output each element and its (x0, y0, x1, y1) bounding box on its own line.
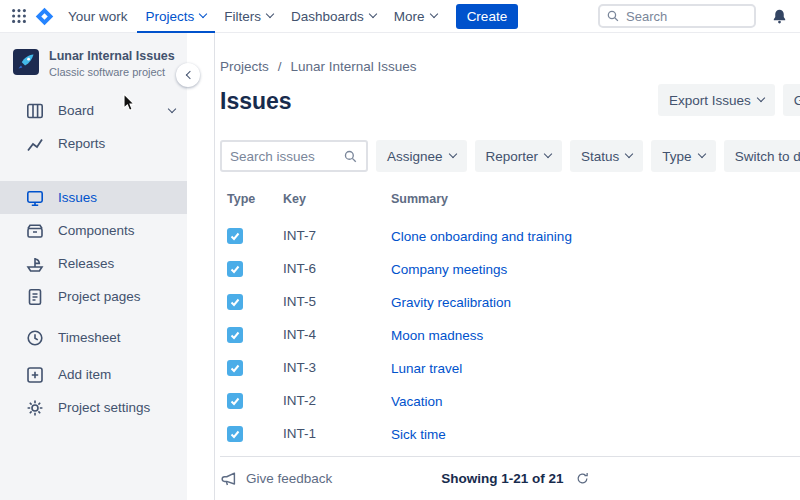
notifications-button[interactable] (766, 3, 792, 29)
task-type-icon (227, 360, 243, 376)
global-search[interactable] (598, 4, 756, 28)
board-icon (25, 101, 45, 121)
project-avatar (13, 49, 39, 75)
project-type: Classic software project (49, 66, 175, 78)
export-issues-button[interactable]: Export Issues (658, 84, 775, 116)
sidebar-item-label: Releases (58, 256, 114, 271)
filter-type-button[interactable]: Type (651, 140, 715, 172)
task-type-icon (227, 426, 243, 442)
go-to-advanced-search-button[interactable]: Go to adv (783, 84, 800, 116)
sidebar-item-label: Project pages (58, 289, 141, 304)
project-sidebar: Lunar Internal Issues Classic software p… (0, 33, 187, 500)
clock-icon (25, 328, 45, 348)
page-header-actions: Export Issues Go to adv (658, 84, 800, 116)
issue-row: INT-5 Gravity recalibration (220, 285, 800, 318)
issue-row: INT-6 Company meetings (220, 252, 800, 285)
chevron-down-icon (757, 94, 765, 102)
chevron-down-icon (199, 10, 207, 18)
sidebar-item-label: Issues (58, 190, 97, 205)
sidebar-item-board[interactable]: Board (0, 94, 187, 127)
issue-key: INT-6 (283, 261, 391, 276)
page-title: Issues (220, 88, 292, 115)
task-type-icon (227, 261, 243, 277)
page-header: Issues Export Issues Go to adv (220, 84, 800, 118)
chevron-left-icon (185, 71, 193, 79)
nav-more[interactable]: More (385, 0, 446, 33)
main-content: Projects / Lunar Internal Issues Issues … (187, 33, 800, 500)
column-header-summary: Summary (391, 192, 800, 206)
sidebar-item-project-settings[interactable]: Project settings (0, 391, 187, 424)
sidebar-collapse-button[interactable] (176, 63, 200, 87)
export-issues-label: Export Issues (669, 93, 751, 108)
issue-row: INT-2 Vacation (220, 384, 800, 417)
nav-your-work[interactable]: Your work (59, 0, 137, 33)
issue-key: INT-3 (283, 360, 391, 375)
filter-label: Reporter (486, 149, 539, 164)
search-icon (606, 9, 620, 23)
chevron-down-icon (544, 150, 552, 158)
breadcrumb-projects-link[interactable]: Projects (220, 59, 269, 74)
sidebar-item-reports[interactable]: Reports (0, 127, 187, 160)
nav-dashboards[interactable]: Dashboards (282, 0, 385, 33)
issue-summary-link[interactable]: Vacation (391, 394, 443, 409)
sidebar-item-issues[interactable]: Issues (0, 181, 187, 214)
issue-summary-link[interactable]: Lunar travel (391, 361, 462, 376)
app-body: Lunar Internal Issues Classic software p… (0, 33, 800, 500)
sidebar-item-label: Timesheet (58, 330, 121, 345)
give-feedback-button[interactable]: Give feedback (220, 470, 332, 488)
issues-icon (25, 188, 45, 208)
filter-label: Assignee (387, 149, 443, 164)
nav-label: Dashboards (291, 9, 364, 24)
issue-summary-link[interactable]: Clone onboarding and training (391, 229, 572, 244)
sidebar-item-label: Components (58, 223, 135, 238)
issue-key: INT-7 (283, 228, 391, 243)
chevron-down-icon (448, 150, 456, 158)
nav-label: Filters (224, 9, 261, 24)
project-header-text: Lunar Internal Issues Classic software p… (49, 49, 175, 78)
switch-view-button[interactable]: Switch to d (724, 140, 800, 172)
jira-logo[interactable] (34, 6, 55, 27)
breadcrumb-project-link[interactable]: Lunar Internal Issues (291, 59, 417, 74)
chevron-down-icon (369, 10, 377, 18)
pagination-status: Showing 1-21 of 21 (441, 471, 590, 486)
issue-summary-link[interactable]: Sick time (391, 427, 446, 442)
issue-summary-link[interactable]: Moon madness (391, 328, 483, 343)
global-search-input[interactable] (626, 9, 748, 24)
releases-ship-icon (25, 254, 45, 274)
chevron-down-icon (168, 104, 176, 112)
issue-summary-link[interactable]: Gravity recalibration (391, 295, 511, 310)
create-button[interactable]: Create (456, 4, 519, 29)
task-type-icon (227, 327, 243, 343)
chevron-down-icon (697, 150, 705, 158)
give-feedback-label: Give feedback (246, 471, 332, 486)
issue-row: INT-3 Lunar travel (220, 351, 800, 384)
column-header-type: Type (220, 192, 283, 206)
sidebar-item-timesheet[interactable]: Timesheet (0, 321, 187, 354)
sidebar-item-releases[interactable]: Releases (0, 247, 187, 280)
issue-search-input[interactable] (230, 149, 343, 164)
document-icon (25, 287, 45, 307)
switch-view-label: Switch to d (735, 149, 800, 164)
filter-status-button[interactable]: Status (570, 140, 643, 172)
app-switcher-grid-icon (10, 7, 28, 25)
filter-bar: Assignee Reporter Status Type Switch to … (220, 140, 800, 172)
sidebar-item-project-pages[interactable]: Project pages (0, 280, 187, 313)
issue-row: INT-7 Clone onboarding and training (220, 219, 800, 252)
issue-summary-link[interactable]: Company meetings (391, 262, 507, 277)
nav-projects[interactable]: Projects (137, 0, 216, 33)
issue-key: INT-5 (283, 294, 391, 309)
sidebar-item-components[interactable]: Components (0, 214, 187, 247)
refresh-button[interactable] (575, 471, 590, 486)
app-switcher-button[interactable] (6, 3, 32, 29)
sidebar-item-add-item[interactable]: Add item (0, 358, 187, 391)
advanced-search-label: Go to adv (794, 93, 800, 108)
sidebar-item-label: Board (58, 103, 94, 118)
nav-filters[interactable]: Filters (215, 0, 282, 33)
filter-assignee-button[interactable]: Assignee (376, 140, 467, 172)
filter-label: Type (662, 149, 691, 164)
chevron-down-icon (625, 150, 633, 158)
filter-reporter-button[interactable]: Reporter (475, 140, 563, 172)
filter-label: Status (581, 149, 619, 164)
issue-search[interactable] (220, 140, 368, 172)
project-name: Lunar Internal Issues (49, 49, 175, 63)
